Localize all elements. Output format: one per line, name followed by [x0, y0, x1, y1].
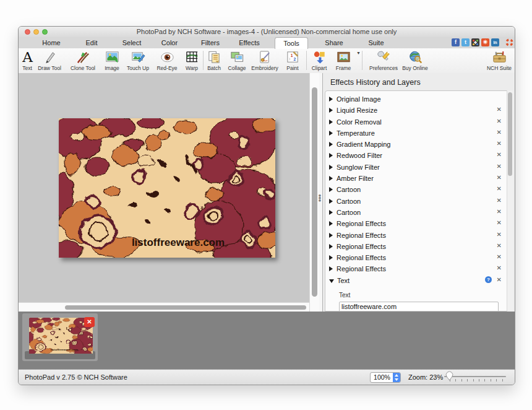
- expand-arrow-icon[interactable]: [329, 165, 333, 170]
- effects-panel: Effects History and Layers Original Imag…: [322, 73, 515, 312]
- effect-row-redwood-filter[interactable]: Redwood Filter✕: [325, 149, 513, 160]
- buy-online-button[interactable]: Buy Online: [397, 50, 433, 72]
- title-bar[interactable]: PhotoPad by NCH Software - images-4 - (U…: [19, 27, 515, 38]
- tab-filters[interactable]: Filters: [191, 37, 230, 48]
- effect-row-cartoon-3[interactable]: Cartoon✕: [325, 206, 513, 217]
- remove-effect-icon[interactable]: ✕: [497, 274, 502, 286]
- frame-dropdown-icon[interactable]: ▼: [356, 51, 361, 55]
- draw-tool-button[interactable]: Draw Tool: [33, 50, 66, 72]
- expand-arrow-icon[interactable]: [329, 153, 333, 158]
- zoom-stepper[interactable]: [393, 373, 400, 382]
- expand-arrow-icon[interactable]: [329, 199, 333, 204]
- expand-arrow-icon[interactable]: [329, 108, 333, 113]
- remove-effect-icon[interactable]: ✕: [497, 172, 502, 183]
- effect-row-temperature[interactable]: Temperature✕: [325, 127, 513, 138]
- expand-arrow-icon[interactable]: [329, 210, 333, 215]
- remove-effect-icon[interactable]: ✕: [497, 161, 502, 172]
- tab-share[interactable]: Share: [314, 37, 354, 48]
- thumbnail-tile[interactable]: ✕: [22, 313, 98, 361]
- effect-row-regional-effects-1[interactable]: Regional Effects✕: [325, 217, 513, 229]
- tab-color[interactable]: Color: [150, 37, 189, 48]
- expand-arrow-icon[interactable]: [329, 221, 333, 226]
- effect-row-regional-effects-3[interactable]: Regional Effects✕: [325, 240, 513, 251]
- help-icon[interactable]: ?: [485, 276, 492, 283]
- stepper-down-icon[interactable]: [395, 378, 398, 381]
- paint-button[interactable]: 12 Paint: [279, 50, 306, 72]
- effect-row-cartoon-2[interactable]: Cartoon✕: [325, 195, 513, 206]
- expand-arrow-icon[interactable]: [329, 266, 333, 271]
- remove-effect-icon[interactable]: ✕: [497, 251, 502, 263]
- image-tool-button[interactable]: Image: [97, 50, 127, 72]
- remove-effect-icon[interactable]: ✕: [497, 217, 502, 229]
- effect-row-amber-filter[interactable]: Amber Filter✕: [325, 172, 513, 183]
- expand-arrow-icon[interactable]: [329, 131, 333, 136]
- remove-effect-icon[interactable]: ✕: [497, 183, 502, 194]
- panel-scrollbar-thumb[interactable]: [508, 92, 512, 176]
- close-image-button[interactable]: ✕: [84, 317, 95, 327]
- effect-row-liquid-resize[interactable]: Liquid Resize✕: [325, 104, 513, 115]
- bookmark-icon[interactable]: ✳: [481, 38, 489, 46]
- facebook-icon[interactable]: f: [452, 38, 460, 46]
- collapse-arrow-icon[interactable]: [329, 279, 334, 283]
- tab-tools[interactable]: Tools: [275, 37, 308, 49]
- remove-effect-icon[interactable]: ✕: [497, 138, 502, 149]
- remove-effect-icon[interactable]: ✕: [497, 104, 502, 115]
- linkedin-icon[interactable]: in: [491, 38, 499, 46]
- tab-home[interactable]: Home: [32, 37, 71, 48]
- effect-row-cartoon-1[interactable]: Cartoon✕: [325, 183, 513, 194]
- horizontal-scrollbar[interactable]: [19, 302, 309, 312]
- panel-resize-handle[interactable]: ●●●: [318, 194, 322, 202]
- clone-tool-button[interactable]: Clone Tool: [65, 50, 101, 72]
- vertical-scrollbar[interactable]: [309, 73, 319, 312]
- effect-row-regional-effects-5[interactable]: Regional Effects✕: [325, 263, 513, 274]
- embroidery-button[interactable]: Embroidery: [247, 50, 283, 72]
- expand-arrow-icon[interactable]: [329, 97, 333, 102]
- panel-scrollbar[interactable]: [507, 90, 513, 312]
- frame-button[interactable]: Frame ▼: [328, 50, 358, 72]
- share-icon[interactable]: [471, 38, 479, 46]
- effect-row-original-image[interactable]: Original Image: [325, 93, 513, 104]
- thumbnail-image[interactable]: [29, 318, 93, 354]
- text-effect-settings: Text: [325, 286, 513, 312]
- tab-suite[interactable]: Suite: [356, 37, 396, 48]
- window-title: PhotoPad by NCH Software - images-4 - (U…: [19, 27, 515, 37]
- support-icon[interactable]: [505, 38, 513, 46]
- remove-effect-icon[interactable]: ✕: [497, 127, 502, 138]
- expand-arrow-icon[interactable]: [329, 142, 333, 147]
- zoom-slider[interactable]: [444, 370, 507, 385]
- zoom-percent-field[interactable]: 100%: [370, 372, 401, 383]
- expand-arrow-icon[interactable]: [329, 255, 333, 260]
- effect-row-text[interactable]: Text ? ✕: [325, 274, 513, 286]
- expand-arrow-icon[interactable]: [329, 176, 333, 181]
- remove-effect-icon[interactable]: ✕: [497, 195, 502, 206]
- expand-arrow-icon[interactable]: [329, 187, 333, 192]
- remove-effect-icon[interactable]: ✕: [497, 149, 502, 160]
- embroidery-icon: [247, 50, 283, 65]
- canvas-image[interactable]: [59, 118, 275, 258]
- horizontal-scrollbar-thumb[interactable]: [65, 305, 306, 310]
- zoom-slider-track[interactable]: [444, 376, 506, 377]
- nch-suite-button[interactable]: NCH Suite: [481, 50, 515, 72]
- vertical-scrollbar-thumb[interactable]: [312, 87, 317, 297]
- effect-row-color-removal[interactable]: Color Removal✕: [325, 116, 513, 127]
- effect-row-gradient-mapping[interactable]: Gradient Mapping✕: [325, 138, 513, 149]
- tab-effects[interactable]: Effects: [230, 37, 269, 48]
- expand-arrow-icon[interactable]: [329, 244, 333, 249]
- expand-arrow-icon[interactable]: [329, 120, 333, 124]
- remove-effect-icon[interactable]: ✕: [497, 229, 502, 240]
- expand-arrow-icon[interactable]: [329, 233, 333, 238]
- text-effect-input[interactable]: [339, 302, 499, 312]
- remove-effect-icon[interactable]: ✕: [497, 206, 502, 217]
- remove-effect-icon[interactable]: ✕: [497, 263, 502, 274]
- stepper-up-icon[interactable]: [395, 374, 398, 377]
- remove-effect-icon[interactable]: ✕: [497, 240, 502, 251]
- red-eye-button[interactable]: Red-Eye: [152, 50, 182, 72]
- effect-row-sunglow-filter[interactable]: Sunglow Filter✕: [325, 161, 513, 172]
- twitter-icon[interactable]: t: [461, 38, 470, 46]
- remove-effect-icon[interactable]: ✕: [497, 116, 502, 127]
- tab-select[interactable]: Select: [112, 37, 152, 48]
- effect-row-regional-effects-2[interactable]: Regional Effects✕: [325, 229, 513, 240]
- tab-edit[interactable]: Edit: [72, 37, 111, 48]
- touch-up-button[interactable]: Touch Up: [123, 50, 153, 72]
- effect-row-regional-effects-4[interactable]: Regional Effects✕: [325, 251, 513, 263]
